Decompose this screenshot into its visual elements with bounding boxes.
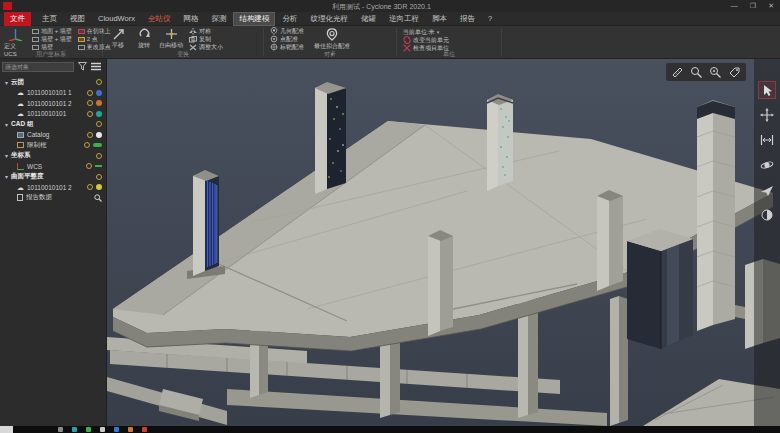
close-button[interactable]: ✕: [768, 1, 774, 11]
visibility-eye-icon[interactable]: [87, 90, 93, 96]
expand-caret-icon[interactable]: ▾: [5, 173, 8, 180]
rotate-button[interactable]: 旋转: [131, 27, 157, 51]
tree-group-cad[interactable]: ▾ CAD 组: [0, 119, 106, 130]
taskbar-app-icon[interactable]: [86, 427, 91, 432]
tree-item-report-data[interactable]: 报告数据: [0, 193, 106, 204]
report-document-icon: [17, 194, 23, 201]
free-move-icon: [165, 28, 178, 40]
cursor-select-icon: [761, 84, 774, 97]
filter-input[interactable]: [2, 62, 74, 72]
panel-menu-button[interactable]: [90, 61, 102, 72]
tab-total-station[interactable]: 全站仪: [142, 12, 177, 26]
annotate-circle-icon: [690, 66, 703, 79]
application-window: 利用测试 - Cyclone 3DR 2020.1 — ❐ ✕ 文件 主页 视图…: [0, 0, 780, 433]
visibility-eye-icon[interactable]: [96, 79, 102, 85]
tab-structural-modeling[interactable]: 结构建模: [233, 12, 275, 26]
toggle-on-icon[interactable]: [93, 143, 102, 147]
taskbar-app-icon[interactable]: [100, 427, 105, 432]
color-swatch[interactable]: [96, 132, 102, 138]
translate-button[interactable]: 平移: [105, 27, 131, 51]
tab-tank[interactable]: 储罐: [355, 12, 382, 26]
tab-home[interactable]: 主页: [36, 12, 63, 26]
tag-tool-button[interactable]: [727, 65, 742, 80]
tree-group-coordinate-systems[interactable]: ▾ 坐标系: [0, 151, 106, 162]
tab-analysis[interactable]: 分析: [276, 12, 303, 26]
tree-item-limit-box[interactable]: 限制框: [0, 140, 106, 151]
tab-mesh[interactable]: 网格: [177, 12, 204, 26]
taskbar-app-icon[interactable]: [72, 427, 77, 432]
minimize-button[interactable]: —: [731, 1, 738, 11]
tab-help[interactable]: ?: [482, 12, 498, 25]
tab-texturing[interactable]: 纹理化光程: [304, 12, 354, 26]
ribbon-group-align: 几何配准 点配准 标靶配准 最佳拟合配准 ▾ 对齐: [264, 26, 396, 59]
tab-cloudworx[interactable]: CloudWorx: [92, 12, 141, 25]
visibility-eye-icon[interactable]: [96, 121, 102, 127]
measure-distance-button[interactable]: [758, 131, 776, 149]
tab-reverse-engineering[interactable]: 逆向工程: [383, 12, 425, 26]
object-tree-panel: ▾ 云团 ☁ 10110010101 1 ☁ 10110010101 2 ☁ 1…: [0, 59, 107, 426]
visibility-eye-icon[interactable]: [87, 132, 93, 138]
restore-button[interactable]: ❐: [750, 1, 756, 11]
geometric-registration-icon: [270, 27, 278, 35]
render-mode-button[interactable]: [758, 206, 776, 224]
tab-file[interactable]: 文件: [4, 12, 31, 26]
group-label-ucs: 用户坐标系: [0, 50, 102, 59]
taskbar-app-icon[interactable]: [128, 427, 133, 432]
tab-script[interactable]: 脚本: [426, 12, 453, 26]
tree-group-clouds[interactable]: ▾ 云团: [0, 77, 106, 88]
filter-funnel-button[interactable]: [76, 61, 88, 72]
expand-caret-icon[interactable]: ▾: [5, 121, 8, 128]
tree-item-cloud-2[interactable]: ☁ 10110010101 2: [0, 98, 106, 109]
tab-report[interactable]: 报告: [454, 12, 481, 26]
annotation-toolbar: [666, 63, 746, 81]
orbit-tool-button[interactable]: [758, 156, 776, 174]
object-tree: ▾ 云团 ☁ 10110010101 1 ☁ 10110010101 2 ☁ 1…: [0, 75, 106, 203]
ribbon: 定义 UCS 地面 + 墙壁 墙壁 + 墙壁 墙壁 在切块上 2 点 更改原点 …: [0, 26, 780, 59]
taskbar-app-icon[interactable]: [142, 427, 147, 432]
color-swatch[interactable]: [96, 111, 102, 117]
status-dash-icon: [95, 165, 102, 167]
taskbar-start-button[interactable]: [0, 426, 13, 433]
visibility-eye-icon[interactable]: [96, 153, 102, 159]
axis-triad-icon: [8, 28, 23, 41]
taskbar-app-icon[interactable]: [58, 427, 63, 432]
expand-caret-icon[interactable]: ▾: [5, 152, 8, 159]
annotate-tool-button[interactable]: [689, 65, 704, 80]
visibility-eye-icon[interactable]: [87, 111, 93, 117]
taskbar-app-icon[interactable]: [114, 427, 119, 432]
free-move-button[interactable]: 自由移动: [157, 27, 185, 51]
dropdown-caret-icon: ▾: [437, 29, 440, 35]
color-swatch[interactable]: [96, 90, 102, 96]
tree-group-surface-flatness[interactable]: ▾ 曲面平整度: [0, 172, 106, 183]
select-tool-button[interactable]: [758, 81, 776, 99]
pan-tool-button[interactable]: [758, 106, 776, 124]
color-swatch[interactable]: [96, 184, 102, 190]
tree-item-wcs[interactable]: WCS: [0, 161, 106, 172]
visibility-eye-icon[interactable]: [96, 174, 102, 180]
group-label-transform: 变换: [103, 50, 263, 59]
visibility-eye-icon[interactable]: [87, 184, 93, 190]
magnifier-icon[interactable]: [94, 194, 102, 202]
tree-item-cloud-3[interactable]: ☁ 10110010101: [0, 109, 106, 120]
expand-caret-icon[interactable]: ▾: [5, 79, 8, 86]
visibility-eye-icon[interactable]: [86, 163, 92, 169]
fly-tool-button[interactable]: [758, 181, 776, 199]
tree-item-flatness-cloud[interactable]: ☁ 10110010101 2: [0, 182, 106, 193]
tree-item-catalog[interactable]: Catalog: [0, 130, 106, 141]
visibility-eye-icon[interactable]: [84, 142, 90, 148]
visibility-eye-icon[interactable]: [87, 100, 93, 106]
tab-probe[interactable]: 探测: [205, 12, 232, 26]
fly-paper-plane-icon: [760, 184, 774, 197]
funnel-icon: [78, 62, 87, 71]
tab-view[interactable]: 视图: [64, 12, 91, 26]
viewport-3d-model: [107, 59, 780, 426]
best-fit-registration-icon: [325, 28, 339, 41]
ruler-tool-button[interactable]: [670, 65, 685, 80]
annotate-alt-tool-button[interactable]: [708, 65, 723, 80]
color-swatch[interactable]: [96, 100, 102, 106]
wall-icon: [32, 45, 39, 50]
tree-item-cloud-1[interactable]: ☁ 10110010101 1: [0, 88, 106, 99]
column-far-right: [697, 100, 735, 331]
change-origin-icon: [78, 45, 85, 50]
viewport-3d[interactable]: [107, 59, 780, 426]
